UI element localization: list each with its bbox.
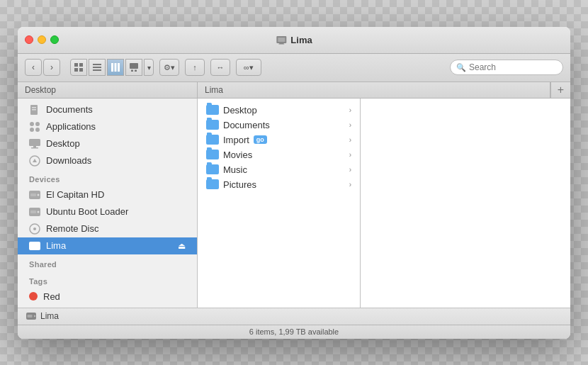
file-browser: Desktop › Documents › Import go › Movies bbox=[198, 99, 570, 308]
svg-point-36 bbox=[33, 228, 36, 230]
arrow-icon: › bbox=[349, 106, 351, 114]
folder-icon-desktop bbox=[206, 105, 219, 115]
svg-point-21 bbox=[35, 122, 40, 126]
document-icon bbox=[29, 104, 40, 116]
svg-rect-4 bbox=[74, 63, 78, 67]
file-item-pictures[interactable]: Pictures › bbox=[198, 177, 360, 192]
svg-rect-42 bbox=[28, 315, 33, 318]
file-item-music[interactable]: Music › bbox=[198, 162, 360, 177]
svg-rect-14 bbox=[130, 63, 138, 69]
content-col-header: Lima bbox=[198, 82, 550, 98]
svg-rect-13 bbox=[118, 63, 120, 72]
folder-icon-movies bbox=[206, 150, 219, 159]
bottom-bar: Lima 6 items, 1,99 TB available bbox=[18, 308, 570, 339]
svg-rect-6 bbox=[74, 68, 78, 72]
sidebar-item-applications[interactable]: Applications bbox=[18, 118, 197, 135]
gallery-view-icon bbox=[130, 63, 138, 72]
title-icon bbox=[276, 34, 287, 45]
view-controls: ▾ bbox=[70, 59, 154, 76]
lima-hdd-icon bbox=[29, 240, 40, 252]
column-headers: Desktop Lima + bbox=[18, 82, 570, 99]
svg-rect-3 bbox=[278, 44, 284, 45]
sidebar-item-documents[interactable]: Documents bbox=[18, 101, 197, 118]
finder-window: Lima ‹ › bbox=[18, 27, 570, 339]
column-view-button[interactable] bbox=[107, 59, 124, 76]
arrow-button[interactable]: ↔ bbox=[210, 59, 230, 76]
traffic-lights bbox=[25, 35, 59, 44]
view-dropdown-button[interactable]: ▾ bbox=[144, 59, 154, 76]
file-item-documents[interactable]: Documents › bbox=[198, 118, 360, 133]
svg-rect-15 bbox=[131, 70, 133, 72]
eject-button[interactable]: ⏏ bbox=[178, 241, 186, 251]
sidebar-item-downloads[interactable]: Downloads bbox=[18, 152, 197, 169]
sidebar-item-desktop[interactable]: Desktop bbox=[18, 135, 197, 152]
svg-rect-24 bbox=[29, 139, 40, 146]
arrow-icon: › bbox=[349, 166, 351, 174]
search-box[interactable]: 🔍 bbox=[450, 60, 563, 75]
svg-rect-9 bbox=[93, 67, 101, 68]
file-item-desktop[interactable]: Desktop › bbox=[198, 103, 360, 118]
svg-rect-5 bbox=[79, 63, 83, 67]
action-button[interactable]: ⚙▾ bbox=[159, 59, 179, 76]
svg-rect-1 bbox=[278, 38, 285, 42]
svg-point-20 bbox=[30, 122, 34, 126]
gallery-view-button[interactable] bbox=[125, 59, 142, 76]
forward-button[interactable]: › bbox=[43, 59, 60, 76]
status-bar: 6 items, 1,99 TB available bbox=[18, 325, 570, 339]
disc-icon bbox=[29, 223, 40, 235]
folder-icon-pictures bbox=[206, 179, 219, 189]
sidebar-item-remotedisc[interactable]: Remote Disc bbox=[18, 220, 197, 237]
sidebar-col-header: Desktop bbox=[18, 82, 198, 98]
main-content: Documents Applications Desktop Downloads bbox=[18, 99, 570, 308]
file-item-import[interactable]: Import go › bbox=[198, 133, 360, 147]
maximize-button[interactable] bbox=[50, 35, 59, 44]
icon-view-button[interactable] bbox=[70, 59, 87, 76]
sidebar-item-ubuntu[interactable]: Ubuntu Boot Loader bbox=[18, 203, 197, 220]
arrow-icon: › bbox=[349, 151, 351, 159]
tags-label: Tags bbox=[18, 271, 197, 288]
column-view-icon bbox=[111, 63, 120, 72]
svg-rect-10 bbox=[93, 69, 101, 71]
svg-point-38 bbox=[38, 245, 40, 247]
arrow-icon: › bbox=[349, 121, 351, 129]
sidebar-item-lima[interactable]: Lima ⏏ bbox=[18, 237, 197, 254]
svg-rect-26 bbox=[31, 147, 38, 149]
back-button[interactable]: ‹ bbox=[25, 59, 42, 76]
list-view-button[interactable] bbox=[89, 59, 106, 76]
applications-icon bbox=[29, 121, 40, 133]
svg-rect-12 bbox=[115, 63, 117, 72]
sidebar: Documents Applications Desktop Downloads bbox=[18, 99, 198, 308]
sidebar-item-elcapitan[interactable]: El Capitan HD bbox=[18, 186, 197, 203]
minimize-button[interactable] bbox=[38, 35, 46, 44]
folder-icon-music bbox=[206, 164, 219, 174]
icon-view-icon bbox=[74, 63, 83, 72]
close-button[interactable] bbox=[25, 35, 33, 44]
arrow-icon: › bbox=[349, 136, 351, 144]
svg-rect-7 bbox=[79, 68, 83, 72]
go-badge: go bbox=[254, 135, 267, 144]
svg-point-22 bbox=[30, 128, 34, 132]
downloads-icon bbox=[29, 155, 40, 167]
window-title: Lima bbox=[276, 34, 312, 45]
folder-icon-documents bbox=[206, 120, 219, 130]
share-button[interactable]: ↑ bbox=[185, 59, 205, 76]
devices-label: Devices bbox=[18, 169, 197, 186]
search-icon: 🔍 bbox=[456, 63, 466, 72]
folder-icon-import bbox=[206, 135, 219, 145]
infinity-button[interactable]: ∞▾ bbox=[236, 59, 261, 76]
search-input[interactable] bbox=[469, 62, 557, 72]
hdd-icon bbox=[29, 189, 40, 201]
sidebar-item-red[interactable]: Red bbox=[18, 288, 197, 305]
svg-point-23 bbox=[35, 128, 40, 132]
svg-rect-8 bbox=[93, 64, 101, 65]
svg-rect-34 bbox=[30, 210, 36, 213]
svg-point-41 bbox=[34, 315, 35, 317]
lima-pane bbox=[361, 99, 570, 308]
path-bar: Lima bbox=[18, 308, 570, 325]
ubuntu-icon bbox=[29, 206, 40, 218]
file-item-movies[interactable]: Movies › bbox=[198, 147, 360, 162]
svg-rect-31 bbox=[30, 193, 36, 196]
svg-rect-25 bbox=[33, 146, 36, 147]
svg-rect-39 bbox=[30, 245, 36, 247]
add-column-button[interactable]: + bbox=[550, 82, 570, 98]
